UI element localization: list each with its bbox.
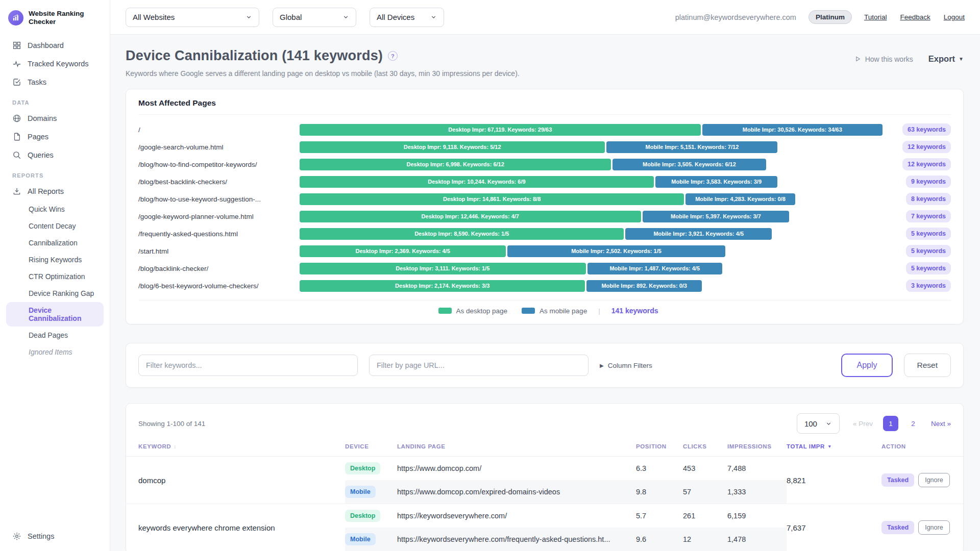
desktop-bar-segment: Desktop Impr: 8,590. Keywords: 1/5 xyxy=(300,228,624,240)
ignore-button[interactable]: Ignore xyxy=(918,473,949,487)
chart-page-label: /frequently-asked-questions.html xyxy=(138,230,291,238)
chart-bar-stack: Desktop Impr: 2,369. Keywords: 4/5Mobile… xyxy=(300,245,725,257)
sidebar-item-tasks[interactable]: Tasks xyxy=(5,73,105,91)
sort-desc-icon: ▼ xyxy=(827,444,832,449)
how-this-works-link[interactable]: How this works xyxy=(854,55,913,63)
column-header-label: POSITION xyxy=(636,443,667,449)
page-size-value: 100 xyxy=(804,419,817,428)
select-value: Global xyxy=(280,13,302,21)
impressions-cell: 7,488 xyxy=(727,457,787,480)
page-size-select[interactable]: 100 xyxy=(797,413,840,434)
sidebar-item-ignored-items[interactable]: Ignored Items xyxy=(6,344,104,360)
sidebar-item-ctr-optimization[interactable]: CTR Optimization xyxy=(6,268,104,285)
apply-button[interactable]: Apply xyxy=(841,354,892,377)
mobile-bar-segment: Mobile Impr: 892. Keywords: 0/3 xyxy=(586,280,702,292)
settings-label: Settings xyxy=(28,532,54,540)
chart-bar-stack: Desktop Impr: 67,119. Keywords: 29/63Mob… xyxy=(300,124,883,136)
column-filters-toggle[interactable]: ▶ Column Filters xyxy=(600,362,652,369)
impressions-cell: 1,333 xyxy=(727,480,787,504)
page-header: Device Cannibalization (141 keywords)? K… xyxy=(126,48,964,78)
filter-select-all-devices[interactable]: All Devices xyxy=(370,8,444,27)
export-label: Export xyxy=(928,54,955,64)
account-area: platinum@keywordseverywhere.com Platinum… xyxy=(675,10,965,24)
column-header-label: DEVICE xyxy=(345,443,369,449)
desktop-bar-segment: Desktop Impr: 6,998. Keywords: 6/12 xyxy=(300,159,611,170)
sidebar-item-pages[interactable]: Pages xyxy=(5,128,105,146)
device-badge-desktop: Desktop xyxy=(345,510,380,522)
mobile-bar-segment: Mobile Impr: 5,151. Keywords: 7/12 xyxy=(606,141,777,153)
sort-updown-icon: ↕ xyxy=(174,444,177,449)
desktop-bar-segment: Desktop Impr: 2,369. Keywords: 4/5 xyxy=(300,245,506,257)
export-button[interactable]: Export ▼ xyxy=(928,54,964,64)
sidebar-item-settings[interactable]: Settings xyxy=(0,523,110,551)
chart-row: /blog/how-to-find-competitor-keywords/De… xyxy=(138,156,951,173)
chart-row: /google-keyword-planner-volume.htmlDeskt… xyxy=(138,208,951,225)
column-header-keyword[interactable]: KEYWORD↕ xyxy=(138,443,345,449)
sidebar-item-tracked-keywords[interactable]: Tracked Keywords xyxy=(5,55,105,73)
chevron-down-icon xyxy=(825,420,832,427)
ignore-button[interactable]: Ignore xyxy=(918,520,949,535)
sidebar-item-device-ranking-gap[interactable]: Device Ranking Gap xyxy=(6,285,104,302)
logout-link[interactable]: Logout xyxy=(944,13,965,21)
action-cell: TaskedIgnore xyxy=(881,520,951,535)
section-label-reports: REPORTS xyxy=(5,164,105,182)
chart-row: /frequently-asked-questions.htmlDesktop … xyxy=(138,225,951,242)
chart-bar-stack: Desktop Impr: 10,244. Keywords: 6/9Mobil… xyxy=(300,176,777,188)
chart-count-cell: 8 keywords xyxy=(891,193,951,205)
sidebar-nav: DashboardTracked KeywordsTasksDATADomain… xyxy=(0,33,110,523)
tutorial-link[interactable]: Tutorial xyxy=(864,13,887,21)
device-badge-mobile: Mobile xyxy=(345,486,376,498)
column-header-label: KEYWORD xyxy=(138,443,171,449)
chart-row: /blog/best-backlink-checkers/Desktop Imp… xyxy=(138,173,951,190)
filter-select-global[interactable]: Global xyxy=(273,8,356,27)
sidebar-item-quick-wins[interactable]: Quick Wins xyxy=(6,201,104,217)
column-header-label: ACTION xyxy=(881,443,906,449)
prev-page-button[interactable]: « Prev xyxy=(853,420,873,428)
page-icon xyxy=(12,132,21,141)
keyword-filter-input[interactable] xyxy=(138,355,358,376)
sidebar-item-domains[interactable]: Domains xyxy=(5,109,105,128)
app-logo-icon xyxy=(8,10,23,26)
section-label-data: DATA xyxy=(5,91,105,109)
landing-page-cell: https://keywordseverywhere.com/frequentl… xyxy=(397,528,636,551)
plan-badge: Platinum xyxy=(808,10,852,24)
sidebar-item-dashboard[interactable]: Dashboard xyxy=(5,36,105,55)
chart-row: /Desktop Impr: 67,119. Keywords: 29/63Mo… xyxy=(138,121,951,138)
url-filter-input[interactable] xyxy=(369,355,589,376)
next-page-button[interactable]: Next » xyxy=(931,420,951,428)
sidebar-item-cannibalization[interactable]: Cannibalization xyxy=(6,235,104,251)
impressions-cell: 1,478 xyxy=(727,528,787,551)
sidebar-item-device-cannibalization[interactable]: Device Cannibalization xyxy=(6,302,104,327)
dashboard-icon xyxy=(12,41,21,50)
reset-button[interactable]: Reset xyxy=(904,354,951,377)
sidebar-item-content-decay[interactable]: Content Decay xyxy=(6,218,104,234)
legend-label: As mobile page xyxy=(540,307,587,315)
chart-count-cell: 12 keywords xyxy=(891,158,951,170)
sidebar-item-rising-keywords[interactable]: Rising Keywords xyxy=(6,252,104,268)
sidebar-item-all-reports[interactable]: All Reports xyxy=(5,182,105,201)
page-number-1[interactable]: 1 xyxy=(883,416,898,431)
keyword-count-pill: 63 keywords xyxy=(902,123,951,136)
filter-bar: ▶ Column Filters Apply Reset xyxy=(126,343,964,388)
filter-select-all-websites[interactable]: All Websites xyxy=(126,8,259,27)
clicks-cell: 453 xyxy=(683,457,727,480)
select-value: All Devices xyxy=(377,13,414,21)
page-number-2[interactable]: 2 xyxy=(905,416,921,431)
device-badge-mobile: Mobile xyxy=(345,533,376,545)
sidebar-item-queries[interactable]: Queries xyxy=(5,146,105,164)
position-cell: 9.8 xyxy=(636,480,683,504)
tasked-badge[interactable]: Tasked xyxy=(881,473,914,487)
legend-item: As mobile page xyxy=(522,307,587,315)
help-icon[interactable]: ? xyxy=(388,51,398,61)
column-header-action: ACTION xyxy=(881,443,951,449)
globe-icon xyxy=(12,114,21,123)
clicks-cell: 261 xyxy=(683,504,727,528)
column-header-total-impr[interactable]: TOTAL IMPR▼ xyxy=(787,443,881,449)
feedback-link[interactable]: Feedback xyxy=(900,13,930,21)
tasked-badge[interactable]: Tasked xyxy=(881,521,914,534)
sidebar-item-dead-pages[interactable]: Dead Pages xyxy=(6,327,104,343)
chart-page-label: /blog/how-to-find-competitor-keywords/ xyxy=(138,161,291,168)
chart-count-cell: 7 keywords xyxy=(891,210,951,222)
tasks-icon xyxy=(12,78,21,87)
page-header-left: Device Cannibalization (141 keywords)? K… xyxy=(126,48,520,78)
